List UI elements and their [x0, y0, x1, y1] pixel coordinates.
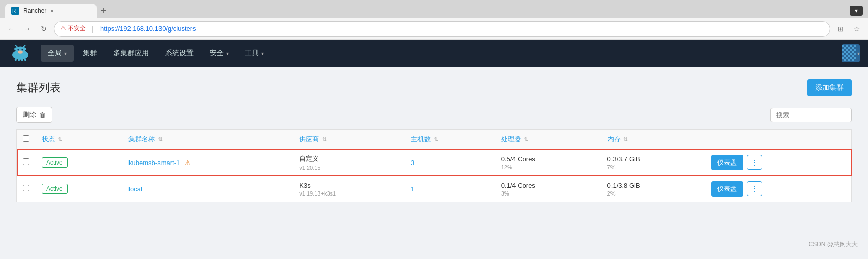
row2-name-link[interactable]: local: [128, 185, 142, 193]
status-sort-icon[interactable]: ⇅: [58, 136, 62, 142]
delete-button[interactable]: 删除 🗑: [16, 107, 52, 123]
delete-label: 删除: [23, 110, 36, 119]
row1-dashboard-button[interactable]: 仪表盘: [711, 155, 743, 170]
svg-point-9: [21, 49, 23, 50]
row1-checkbox[interactable]: [23, 158, 29, 165]
tab-dropdown-button[interactable]: ▾: [850, 6, 863, 16]
main-content: 集群列表 添加集群 删除 🗑 状态 ⇅ 集群名称 ⇅: [0, 67, 868, 259]
page-header: 集群列表 添加集群: [16, 79, 852, 96]
cpu-sort-icon[interactable]: ⇅: [524, 136, 528, 142]
browser-chrome: R Rancher × + ▾ ← → ↻ ⚠ 不安全 | https://19…: [0, 0, 868, 40]
user-avatar-button[interactable]: ▾: [842, 44, 860, 62]
security-chevron-icon: ▾: [226, 51, 229, 56]
tools-chevron-icon: ▾: [261, 51, 264, 56]
browser-controls-bar: ← → ↻ ⚠ 不安全 | https://192.168.10.130/g/c…: [0, 18, 868, 40]
row1-name-cell: kubemsb-smart-1 ⚠: [122, 149, 293, 176]
col-status: 状态 ⇅: [36, 130, 122, 149]
memory-sort-icon[interactable]: ⇅: [623, 136, 628, 142]
row2-checkbox[interactable]: [23, 185, 29, 191]
app-logo[interactable]: [8, 44, 33, 62]
app-nav: 全局 ▾ 集群 多集群应用 系统设置 安全 ▾ 工具 ▾ ▾: [0, 40, 868, 67]
row1-actions-cell: 仪表盘 ⋮: [705, 149, 852, 176]
row2-memory-percent: 2%: [607, 190, 699, 197]
row2-status-badge: Active: [42, 184, 68, 194]
table-row: Active kubemsb-smart-1 ⚠ 自定义 v1.20.15 3 …: [17, 149, 852, 176]
extensions-button[interactable]: ⊞: [834, 23, 847, 35]
search-input[interactable]: [770, 108, 852, 122]
hosts-sort-icon[interactable]: ⇅: [434, 136, 438, 142]
row2-provider-version: v1.19.13+k3s1: [299, 190, 399, 197]
col-name: 集群名称 ⇅: [122, 130, 293, 149]
row2-cpu-cell: 0.1/4 Cores 3%: [495, 176, 601, 202]
row2-cpu-value: 0.1/4 Cores: [501, 182, 595, 189]
col-provider: 供应商 ⇅: [293, 130, 405, 149]
security-warning: ⚠ 不安全: [60, 24, 86, 33]
avatar-chevron-icon: ▾: [857, 51, 860, 56]
row1-host-count[interactable]: 3: [411, 159, 414, 167]
rancher-logo-icon: [8, 44, 33, 62]
row1-provider-version: v1.20.15: [299, 165, 399, 171]
select-all-header: [17, 130, 36, 149]
svg-rect-13: [18, 58, 20, 61]
delete-icon: 🗑: [39, 111, 46, 119]
page-title: 集群列表: [16, 80, 61, 95]
nav-clusters[interactable]: 集群: [76, 45, 104, 62]
provider-sort-icon[interactable]: ⇅: [322, 136, 327, 142]
url-display: https://192.168.10.130/g/clusters: [100, 25, 196, 33]
bookmark-button[interactable]: ☆: [851, 23, 863, 35]
row2-hosts-cell: 1: [405, 176, 495, 202]
row2-name-cell: local: [122, 176, 293, 202]
toolbar: 删除 🗑: [16, 107, 852, 123]
cluster-table: 状态 ⇅ 集群名称 ⇅ 供应商 ⇅ 主机数 ⇅ 处理器 ⇅: [16, 129, 852, 202]
table-body: Active kubemsb-smart-1 ⚠ 自定义 v1.20.15 3 …: [17, 149, 852, 202]
forward-button[interactable]: →: [21, 23, 34, 35]
avatar-image: [842, 45, 856, 61]
add-cluster-button[interactable]: 添加集群: [807, 79, 852, 96]
svg-rect-12: [15, 58, 17, 61]
nav-multi-cluster[interactable]: 多集群应用: [106, 45, 156, 62]
nav-system-settings[interactable]: 系统设置: [158, 45, 201, 62]
back-button[interactable]: ←: [5, 23, 17, 35]
row2-memory-cell: 0.1/3.8 GiB 2%: [601, 176, 705, 202]
row2-checkbox-cell: [17, 176, 36, 202]
row1-cpu-cell: 0.5/4 Cores 12%: [495, 149, 601, 176]
row1-cpu-percent: 12%: [501, 164, 595, 170]
row1-cpu-value: 0.5/4 Cores: [501, 155, 595, 163]
row1-provider-cell: 自定义 v1.20.15: [293, 149, 405, 176]
row1-warning-icon: ⚠: [185, 159, 191, 167]
select-all-checkbox[interactable]: [23, 135, 29, 142]
row1-more-button[interactable]: ⋮: [747, 155, 762, 170]
col-memory: 内存 ⇅: [601, 130, 705, 149]
table-header: 状态 ⇅ 集群名称 ⇅ 供应商 ⇅ 主机数 ⇅ 处理器 ⇅: [17, 130, 852, 149]
col-hosts: 主机数 ⇅: [405, 130, 495, 149]
refresh-button[interactable]: ↻: [38, 23, 50, 35]
new-tab-button[interactable]: +: [97, 5, 111, 17]
row2-memory-value: 0.1/3.8 GiB: [607, 182, 699, 189]
svg-rect-14: [21, 58, 23, 61]
name-sort-icon[interactable]: ⇅: [158, 136, 163, 142]
row1-name-link[interactable]: kubemsb-smart-1: [128, 159, 180, 167]
active-tab: R Rancher ×: [5, 4, 97, 18]
row1-memory-value: 0.3/3.7 GiB: [607, 155, 699, 163]
nav-tools[interactable]: 工具 ▾: [238, 45, 271, 62]
browser-tabs-bar: R Rancher × + ▾: [0, 0, 868, 18]
svg-rect-15: [24, 58, 26, 61]
row1-memory-cell: 0.3/3.7 GiB 7%: [601, 149, 705, 176]
tab-close-button[interactable]: ×: [50, 8, 53, 14]
table-row: Active local K3s v1.19.13+k3s1 1 0.1/4 C…: [17, 176, 852, 202]
row2-host-count[interactable]: 1: [411, 185, 414, 193]
nav-security[interactable]: 安全 ▾: [203, 45, 236, 62]
row1-status-cell: Active: [36, 149, 122, 176]
row2-status-cell: Active: [36, 176, 122, 202]
row2-more-button[interactable]: ⋮: [747, 181, 762, 196]
svg-point-7: [18, 50, 23, 53]
address-bar[interactable]: ⚠ 不安全 | https://192.168.10.130/g/cluster…: [54, 21, 830, 37]
col-cpu: 处理器 ⇅: [495, 130, 601, 149]
row1-hosts-cell: 3: [405, 149, 495, 176]
row2-provider-name: K3s: [299, 182, 399, 189]
row2-actions-cell: 仪表盘 ⋮: [705, 176, 852, 202]
watermark: CSDN @慧闲大大: [808, 240, 858, 249]
row2-dashboard-button[interactable]: 仪表盘: [711, 181, 743, 197]
nav-global[interactable]: 全局 ▾: [41, 45, 74, 62]
header-row: 状态 ⇅ 集群名称 ⇅ 供应商 ⇅ 主机数 ⇅ 处理器 ⇅: [17, 130, 852, 149]
